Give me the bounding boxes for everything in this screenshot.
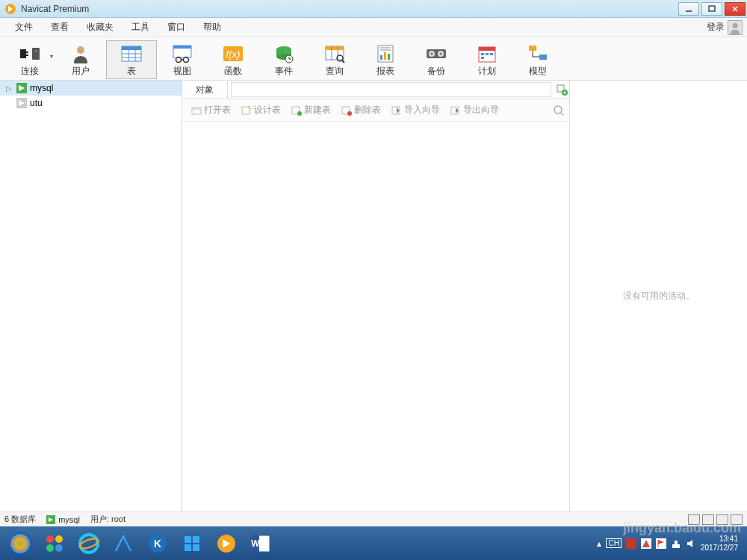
status-db-count: 6 数据库	[4, 514, 36, 525]
toolbar-query[interactable]: 查询	[309, 40, 360, 79]
table-icon	[120, 44, 143, 63]
connection-icon	[46, 515, 55, 524]
svg-rect-20	[173, 46, 191, 49]
tray-chevron-icon[interactable]: ▴	[597, 538, 601, 549]
main-panel: 对象 打开表 设计表 新建表 删除表 导入向导 导出向导	[182, 81, 569, 511]
toolbar: 连接▾ 用户 表 视图 f(x)函数 事件 查询 报表 备份 计划 模型	[0, 37, 747, 81]
app-icon	[4, 3, 16, 15]
svg-point-70	[297, 111, 302, 116]
taskbar-navicat[interactable]	[211, 529, 242, 558]
taskbar-app-2[interactable]	[108, 529, 139, 558]
import-wizard-button[interactable]: 导入向导	[387, 102, 444, 119]
chevron-down-icon: ▾	[50, 53, 53, 60]
taskbar-app-4[interactable]	[176, 529, 208, 558]
toolbar-function[interactable]: f(x)函数	[208, 40, 258, 79]
open-table-button[interactable]: 打开表	[187, 102, 235, 119]
close-button[interactable]	[725, 2, 746, 16]
login-label: 登录	[707, 21, 725, 34]
connection-icon	[16, 98, 27, 108]
plug-icon	[19, 45, 41, 63]
svg-point-21	[176, 57, 182, 62]
tray-network-icon[interactable]	[671, 538, 681, 549]
toolbar-user[interactable]: 用户	[55, 40, 106, 79]
menu-favorite[interactable]: 收藏夹	[78, 21, 123, 34]
start-button[interactable]	[4, 529, 36, 558]
view-mode-small-icon[interactable]	[731, 514, 743, 525]
svg-rect-7	[20, 49, 26, 58]
delete-table-button[interactable]: 删除表	[337, 102, 385, 119]
menu-help[interactable]: 帮助	[194, 21, 230, 34]
new-icon	[291, 105, 302, 116]
svg-rect-101	[675, 541, 678, 544]
avatar-icon	[728, 20, 743, 35]
svg-rect-55	[529, 46, 536, 51]
tree-label: mysql	[30, 83, 53, 93]
schedule-icon	[477, 44, 497, 63]
toolbar-schedule[interactable]: 计划	[462, 40, 512, 79]
svg-rect-98	[656, 538, 666, 549]
window-titlebar: Navicat Premium	[0, 0, 747, 18]
taskbar-app-1[interactable]	[39, 529, 70, 558]
toolbar-report[interactable]: 报表	[360, 40, 411, 79]
svg-rect-50	[479, 47, 495, 51]
tree-label: utu	[30, 98, 43, 108]
taskbar-word[interactable]: W	[245, 529, 276, 558]
view-mode-list-icon[interactable]	[702, 514, 714, 525]
svg-point-83	[55, 544, 63, 552]
toolbar-backup[interactable]: 备份	[411, 40, 462, 79]
toolbar-view[interactable]: 视图	[157, 40, 208, 79]
workarea: ▷ mysql utu 对象 打开表 设计表 新建表 删除表 导入向导 导出向导…	[0, 81, 747, 511]
report-icon	[376, 44, 395, 63]
menu-file[interactable]: 文件	[6, 21, 42, 34]
tray-volume-icon[interactable]	[686, 538, 696, 549]
view-mode-tile-icon[interactable]	[688, 514, 700, 525]
path-input[interactable]	[231, 82, 551, 97]
taskbar-ie[interactable]	[73, 529, 105, 558]
search-icon[interactable]	[553, 105, 565, 116]
toolbar-event[interactable]: 事件	[258, 40, 309, 79]
tray-flag-icon[interactable]	[656, 538, 666, 549]
model-icon	[527, 44, 548, 63]
svg-rect-40	[384, 52, 386, 60]
login-area[interactable]: 登录	[707, 20, 747, 35]
view-icon	[172, 44, 193, 63]
tray-clock[interactable]: 13:41 2017/12/27	[701, 535, 738, 553]
design-table-button[interactable]: 设计表	[237, 102, 285, 119]
new-table-button[interactable]: 新建表	[287, 102, 335, 119]
export-wizard-button[interactable]: 导出向导	[446, 102, 503, 119]
tray-ime[interactable]: CH	[606, 538, 621, 548]
svg-point-6	[732, 22, 737, 28]
connection-tree: ▷ mysql utu	[0, 81, 182, 511]
object-list	[182, 122, 569, 511]
toolbar-model[interactable]: 模型	[512, 40, 563, 79]
svg-rect-89	[193, 536, 199, 543]
tree-item-mysql[interactable]: ▷ mysql	[0, 81, 182, 96]
window-title: Navicat Premium	[21, 4, 89, 14]
minimize-button[interactable]	[678, 2, 699, 16]
svg-point-80	[46, 535, 54, 543]
svg-rect-100	[672, 544, 680, 548]
system-tray: ▴ CH 13:41 2017/12/27	[597, 535, 744, 553]
toolbar-connect[interactable]: 连接▾	[4, 40, 55, 79]
delete-icon	[341, 105, 352, 116]
svg-line-37	[342, 60, 344, 63]
open-icon	[191, 105, 202, 116]
menu-view[interactable]: 查看	[42, 21, 78, 34]
import-icon	[391, 105, 402, 116]
tray-icon-1[interactable]	[626, 538, 636, 549]
expand-icon[interactable]: ▷	[6, 84, 13, 93]
view-mode-detail-icon[interactable]	[716, 514, 728, 525]
object-tab[interactable]: 对象	[182, 81, 228, 99]
svg-point-47	[431, 52, 433, 55]
event-icon	[274, 44, 294, 63]
maximize-button[interactable]	[701, 2, 722, 16]
statusbar: 6 数据库 mysql 用户: root	[0, 511, 747, 526]
svg-point-81	[55, 535, 63, 543]
menu-window[interactable]: 窗口	[158, 21, 194, 34]
tray-icon-2[interactable]	[641, 538, 651, 549]
taskbar-app-3[interactable]: K	[142, 529, 173, 558]
new-object-icon[interactable]	[554, 84, 569, 96]
menu-tools[interactable]: 工具	[123, 21, 158, 34]
toolbar-table[interactable]: 表	[106, 40, 157, 79]
tree-item-utu[interactable]: utu	[0, 96, 182, 111]
